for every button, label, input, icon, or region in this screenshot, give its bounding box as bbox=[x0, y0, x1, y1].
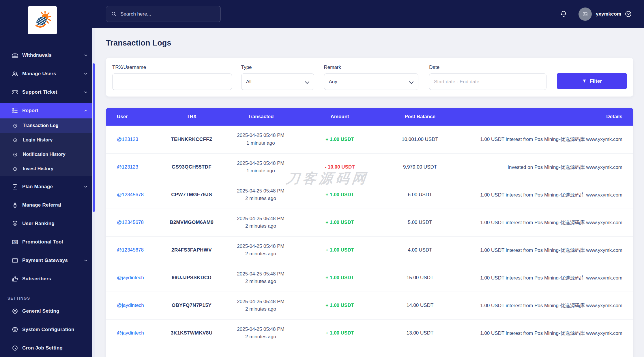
cell-transacted: 2025-04-25 05:48 PM2 minutes ago bbox=[222, 236, 299, 264]
sidebar-item-label: Withdrawals bbox=[22, 52, 83, 58]
submenu-item-login-history[interactable]: Login History bbox=[0, 133, 95, 147]
cell-trx-code: OBYFQ7N7P15Y bbox=[161, 292, 222, 319]
header-post-balance: Post Balance bbox=[380, 108, 460, 126]
user-link[interactable]: @jaydintech bbox=[117, 330, 144, 336]
brand-logo[interactable] bbox=[28, 6, 57, 34]
medal-icon bbox=[12, 220, 18, 227]
table-row: @12345678B2MVMGOM6AM92025-04-25 05:48 PM… bbox=[106, 209, 633, 236]
ticket-icon bbox=[12, 89, 18, 96]
sidebar-item-system-configuration[interactable]: System Configuration bbox=[0, 322, 95, 337]
header-amount: Amount bbox=[299, 108, 380, 126]
transacted-date: 2025-04-25 05:48 PM bbox=[222, 215, 299, 222]
table-row: @123123TEHNKRKCCFFZ2025-04-25 05:48 PM1 … bbox=[106, 126, 633, 153]
username-label[interactable]: yxymkcom bbox=[596, 11, 621, 17]
cell-amount: + 1.00 USDT bbox=[299, 126, 380, 153]
submenu-item-notification-history[interactable]: Notification History bbox=[0, 147, 95, 162]
thumbs-up-icon bbox=[12, 275, 18, 282]
cell-details: 1.00 USDT interest from Pos Mining-优选源码库… bbox=[460, 264, 633, 292]
cell-details: Invested on Pos Mining-优选源码库 www.yxymk.c… bbox=[460, 153, 633, 181]
type-select[interactable]: All bbox=[241, 73, 314, 90]
user-link[interactable]: @12345678 bbox=[117, 192, 144, 197]
sidebar-item-cron-job-setting[interactable]: Cron Job Setting bbox=[0, 340, 95, 356]
sidebar-item-support-ticket[interactable]: Support Ticket bbox=[0, 84, 95, 100]
cell-details: 1.00 USDT interest from Pos Mining-优选源码库… bbox=[460, 236, 633, 264]
sidebar-scrollbar-track[interactable] bbox=[92, 28, 95, 357]
avatar[interactable] bbox=[579, 7, 592, 21]
transacted-date: 2025-04-25 05:48 PM bbox=[222, 298, 299, 305]
cell-post-balance: 15.00 USDT bbox=[380, 264, 460, 292]
user-link[interactable]: @12345678 bbox=[117, 220, 144, 225]
user-link[interactable]: @jaydintech bbox=[117, 303, 144, 308]
sidebar-item-subscribers[interactable]: Subscribers bbox=[0, 271, 95, 287]
sidebar-item-manage-users[interactable]: Manage Users bbox=[0, 66, 95, 82]
ad-icon: Ad bbox=[12, 239, 18, 245]
sidebar-item-label: Plan Manage bbox=[22, 184, 83, 190]
gear-icon bbox=[12, 326, 18, 333]
chevron-down-circle-icon[interactable] bbox=[625, 10, 632, 18]
sidebar: Withdrawals Manage Users Support Ticket … bbox=[0, 0, 95, 357]
table-row: @jaydintech66UJJPSSKDCD2025-04-25 05:48 … bbox=[106, 264, 633, 292]
cell-amount: + 1.00 USDT bbox=[299, 181, 380, 209]
filter-group-trx: TRX/Username bbox=[112, 58, 232, 97]
submenu-item-label: Login History bbox=[23, 137, 53, 143]
sidebar-item-label: Manage Users bbox=[22, 71, 83, 77]
circle-dot-icon bbox=[13, 167, 18, 171]
sidebar-item-label: General Setting bbox=[22, 308, 88, 314]
user-link[interactable]: @12345678 bbox=[117, 247, 144, 253]
sidebar-item-withdrawals[interactable]: Withdrawals bbox=[0, 48, 95, 63]
submenu-item-invest-history[interactable]: Invest History bbox=[0, 162, 95, 176]
filter-button[interactable]: Filter bbox=[557, 73, 627, 89]
credit-card-icon bbox=[12, 257, 18, 264]
chevron-down-icon bbox=[83, 90, 88, 95]
submenu-item-label: Invest History bbox=[23, 166, 53, 171]
cell-post-balance: 6.00 USDT bbox=[380, 181, 460, 209]
cell-amount: - 10.00 USDT bbox=[299, 153, 380, 181]
sidebar-item-user-ranking[interactable]: User Ranking bbox=[0, 216, 95, 231]
sidebar-item-report[interactable]: Report bbox=[0, 103, 95, 118]
trx-username-input[interactable] bbox=[112, 73, 232, 90]
sidebar-item-general-setting[interactable]: General Setting bbox=[0, 303, 95, 319]
cell-user: @123123 bbox=[106, 126, 161, 153]
logo-icon bbox=[31, 10, 53, 30]
search-box[interactable] bbox=[106, 6, 221, 22]
user-link[interactable]: @jaydintech bbox=[117, 275, 144, 280]
search-input[interactable] bbox=[120, 11, 216, 17]
cell-user: @12345678 bbox=[106, 181, 161, 209]
sidebar-item-plan-manage[interactable]: Plan Manage bbox=[0, 179, 95, 194]
sidebar-item-manage-referral[interactable]: Manage Referral bbox=[0, 197, 95, 213]
user-link[interactable]: @123123 bbox=[117, 164, 138, 170]
cell-post-balance: 9,979.00 USDT bbox=[380, 153, 460, 181]
date-range-input[interactable] bbox=[429, 73, 546, 90]
cell-post-balance: 4.00 USDT bbox=[380, 236, 460, 264]
submenu-item-label: Notification History bbox=[23, 152, 65, 157]
remark-label: Remark bbox=[324, 65, 419, 70]
sidebar-item-label: Manage Referral bbox=[22, 202, 88, 208]
cell-details: 1.00 USDT interest from Pos Mining-优选源码库… bbox=[460, 292, 633, 319]
submenu-item-transaction-log[interactable]: Transaction Log bbox=[0, 118, 95, 133]
cell-trx-code: B2MVMGOM6AM9 bbox=[161, 209, 222, 236]
sidebar-scrollbar-thumb[interactable] bbox=[93, 63, 95, 212]
report-submenu: Transaction Log Login History Notificati… bbox=[0, 118, 95, 176]
sidebar-item-payment-gateways[interactable]: Payment Gateways bbox=[0, 253, 95, 268]
table-header: User TRX Transacted Amount Post Balance … bbox=[106, 108, 633, 126]
cell-transacted: 2025-04-25 05:48 PM2 minutes ago bbox=[222, 264, 299, 292]
table-row: @12345678CPW7TMGF79JS2025-04-25 05:48 PM… bbox=[106, 181, 633, 209]
transacted-ago: 1 minute ago bbox=[222, 167, 299, 175]
remark-select[interactable]: Any bbox=[324, 73, 419, 90]
sidebar-section-settings: SETTINGS bbox=[8, 296, 95, 301]
funnel-icon bbox=[582, 79, 587, 84]
cell-post-balance: 5.00 USDT bbox=[380, 209, 460, 236]
notification-bell-icon[interactable] bbox=[560, 10, 568, 18]
transacted-date: 2025-04-25 05:48 PM bbox=[222, 243, 299, 250]
cell-amount: + 1.00 USDT bbox=[299, 319, 380, 347]
user-link[interactable]: @123123 bbox=[117, 137, 138, 142]
tree-icon bbox=[12, 202, 18, 209]
transacted-date: 2025-04-25 05:48 PM bbox=[222, 270, 299, 278]
sidebar-item-promotional-tool[interactable]: Ad Promotional Tool bbox=[0, 234, 95, 250]
cell-transacted: 2025-04-25 05:48 PM2 minutes ago bbox=[222, 319, 299, 347]
sidebar-item-label: Promotional Tool bbox=[22, 239, 88, 245]
topbar: yxymkcom bbox=[95, 0, 644, 28]
cell-details: 1.00 USDT interest from Pos Mining-优选源码库… bbox=[460, 181, 633, 209]
cell-post-balance: 14.00 USDT bbox=[380, 292, 460, 319]
users-icon bbox=[12, 70, 18, 77]
